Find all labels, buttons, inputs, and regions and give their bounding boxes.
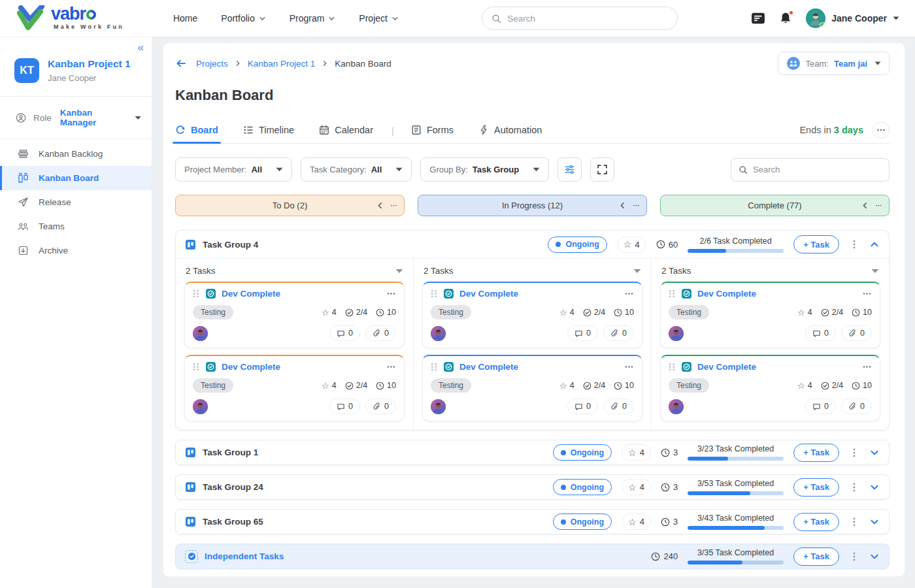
task-title-link[interactable]: Dev Complete [697, 289, 756, 299]
nav-project[interactable]: Project [359, 13, 399, 24]
task-card[interactable]: Dev Complete Testing ☆4 2/4 10 [184, 355, 405, 421]
comments-count[interactable]: 0 [329, 325, 360, 341]
task-title-link[interactable]: Dev Complete [222, 289, 280, 299]
sidebar-item-kanban-backlog[interactable]: Kanban Backlog [0, 142, 152, 166]
expand-group-icon[interactable] [869, 448, 880, 458]
attachments-count[interactable]: 0 [841, 399, 872, 414]
expand-group-icon[interactable] [869, 517, 880, 527]
notifications-bell-icon[interactable] [778, 11, 793, 25]
expand-group-icon[interactable] [869, 482, 880, 493]
board-search-input[interactable] [753, 165, 882, 174]
card-menu-button[interactable] [624, 289, 634, 299]
comments-count[interactable]: 0 [567, 325, 598, 341]
group-menu-button[interactable] [849, 239, 859, 250]
comments-count[interactable]: 0 [329, 399, 360, 414]
comments-count[interactable]: 0 [805, 399, 836, 414]
attachments-count[interactable]: 0 [841, 325, 872, 341]
chevron-left-icon[interactable] [861, 202, 869, 209]
drag-handle-icon[interactable] [193, 289, 200, 298]
task-card[interactable]: Dev Complete Testing ☆4 2/4 10 [422, 355, 642, 421]
drag-handle-icon[interactable] [669, 289, 676, 298]
column-menu-icon[interactable] [633, 202, 640, 209]
add-task-button[interactable]: + Task [793, 444, 839, 462]
comments-count[interactable]: 0 [567, 399, 598, 414]
tab-calendar[interactable]: Calendar [319, 117, 373, 143]
sidebar-item-teams[interactable]: Teams [0, 214, 152, 238]
attachments-count[interactable]: 0 [603, 325, 634, 341]
global-search[interactable] [482, 7, 678, 30]
status-badge[interactable]: Ongoing [553, 479, 612, 495]
sidebar-item-kanban-board[interactable]: Kanban Board [0, 166, 152, 190]
tab-board[interactable]: Board [175, 117, 218, 143]
tab-automation[interactable]: Automation [478, 117, 542, 143]
assignee-avatar[interactable] [431, 399, 446, 414]
add-task-button[interactable]: + Task [793, 513, 839, 531]
back-arrow-icon[interactable] [175, 57, 187, 69]
card-menu-button[interactable] [386, 362, 396, 372]
breadcrumb-project-link[interactable]: Kanban Project 1 [248, 59, 316, 69]
nav-program[interactable]: Program [290, 13, 336, 24]
task-card[interactable]: Dev Complete Testing ☆4 2/4 10 [660, 355, 880, 421]
board-search[interactable] [731, 158, 890, 182]
breadcrumb-projects-link[interactable]: Projects [196, 59, 228, 69]
user-menu[interactable]: Jane Cooper [806, 8, 899, 28]
tab-forms[interactable]: Forms [411, 117, 454, 143]
chevron-left-icon[interactable] [376, 202, 384, 209]
task-card[interactable]: Dev Complete Testing ☆4 2/4 10 [660, 282, 880, 348]
chevron-left-icon[interactable] [619, 202, 626, 209]
task-title-link[interactable]: Dev Complete [222, 362, 280, 372]
expand-group-icon[interactable] [869, 551, 880, 562]
task-card[interactable]: Dev Complete Testing ☆4 2/4 10 [422, 282, 642, 348]
card-menu-button[interactable] [862, 289, 872, 299]
nav-portfolio[interactable]: Portfolio [221, 13, 265, 24]
vabro-logo[interactable]: vabr Make Work Fun [17, 5, 124, 31]
task-title-link[interactable]: Dev Complete [697, 362, 756, 372]
group-menu-button[interactable] [849, 517, 859, 527]
project-member-filter[interactable]: Project Member:All [175, 157, 292, 182]
chevron-down-icon[interactable] [633, 267, 641, 275]
comments-count[interactable]: 0 [805, 325, 836, 341]
card-menu-button[interactable] [624, 362, 634, 372]
card-menu-button[interactable] [386, 289, 396, 299]
role-selector[interactable]: Role Kanban Manager [0, 97, 152, 139]
nav-home[interactable]: Home [173, 13, 197, 24]
chevron-down-icon[interactable] [871, 267, 879, 275]
task-group-header[interactable]: Task Group 4 Ongoing ☆4 60 2/6 Task Comp… [176, 231, 889, 258]
assignee-avatar[interactable] [669, 326, 684, 341]
status-badge[interactable]: Ongoing [548, 237, 607, 253]
add-task-button[interactable]: + Task [793, 547, 839, 566]
board-more-button[interactable] [873, 122, 890, 139]
collapse-group-icon[interactable] [869, 239, 880, 250]
column-complete[interactable]: Complete (77) [660, 195, 890, 216]
status-badge[interactable]: Ongoing [553, 444, 612, 461]
sidebar-item-release[interactable]: Release [0, 190, 152, 214]
team-selector[interactable]: Team: Team jai [778, 52, 890, 75]
group-menu-button[interactable] [849, 448, 859, 458]
chevron-down-icon[interactable] [395, 267, 403, 275]
fullscreen-button[interactable] [590, 157, 614, 182]
sidebar-collapse-icon[interactable]: « [138, 41, 144, 54]
drag-handle-icon[interactable] [431, 363, 438, 371]
sidebar-item-archive[interactable]: Archive [0, 238, 152, 263]
drag-handle-icon[interactable] [669, 363, 676, 371]
task-group-row[interactable]: Task Group 24 Ongoing ☆4 3 3/53 Task Com… [175, 474, 890, 500]
card-menu-button[interactable] [862, 362, 872, 372]
assignee-avatar[interactable] [431, 326, 446, 341]
drag-handle-icon[interactable] [431, 289, 438, 298]
attachments-count[interactable]: 0 [365, 399, 396, 414]
group-by-filter[interactable]: Group By:Task Group [420, 157, 549, 182]
column-todo[interactable]: To Do (2) [175, 195, 405, 216]
assignee-avatar[interactable] [669, 399, 684, 414]
column-menu-icon[interactable] [875, 202, 882, 209]
column-in-progress[interactable]: In Progress (12) [418, 195, 647, 216]
attachments-count[interactable]: 0 [603, 399, 634, 414]
column-menu-icon[interactable] [390, 202, 397, 209]
attachments-count[interactable]: 0 [365, 325, 396, 341]
add-task-button[interactable]: + Task [793, 478, 839, 497]
global-search-input[interactable] [507, 14, 668, 24]
task-title-link[interactable]: Dev Complete [459, 289, 518, 299]
drag-handle-icon[interactable] [193, 363, 200, 371]
board-settings-button[interactable] [557, 157, 582, 182]
task-title-link[interactable]: Dev Complete [459, 362, 518, 372]
task-category-filter[interactable]: Task Category:All [301, 157, 412, 182]
